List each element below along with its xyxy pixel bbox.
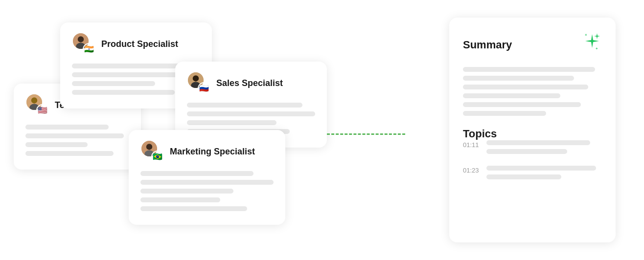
svg-point-4 bbox=[78, 36, 84, 42]
skeleton-line bbox=[140, 189, 233, 194]
svg-text:+: + bbox=[596, 46, 598, 51]
skeleton-line bbox=[463, 93, 560, 98]
avatar-stack: 🇧🇷 bbox=[140, 140, 164, 163]
svg-point-1 bbox=[31, 97, 37, 103]
skeleton-line bbox=[25, 133, 124, 138]
skeleton-line bbox=[187, 103, 302, 108]
topic-lines-2 bbox=[486, 166, 602, 183]
topics-title: Topics bbox=[463, 128, 497, 140]
skeleton-line bbox=[486, 166, 596, 171]
skeleton-line bbox=[25, 125, 109, 130]
skeleton-line bbox=[140, 206, 247, 211]
skeleton-line bbox=[140, 171, 253, 176]
main-scene: 🇺🇸 Team Lead 🇮🇳 Product Specialist bbox=[14, 8, 630, 252]
topic-time-2: 01:23 bbox=[463, 167, 481, 174]
card-title-product-specialist: Product Specialist bbox=[101, 39, 178, 49]
skeleton-line bbox=[25, 142, 88, 147]
summary-header: Summary + + bbox=[463, 31, 602, 58]
person-row: 🇷🇺 Sales Specialist bbox=[187, 71, 315, 95]
topic-time-1: 01:11 bbox=[463, 141, 481, 149]
skeleton-line bbox=[486, 149, 567, 154]
skeleton-line bbox=[140, 180, 274, 185]
svg-point-10 bbox=[146, 144, 152, 150]
skeleton-line bbox=[486, 140, 590, 145]
skeleton-line bbox=[72, 64, 181, 68]
summary-panel: Summary + + Topics 01:11 bbox=[449, 18, 616, 242]
skeleton-line bbox=[463, 111, 546, 116]
avatar-flag-usa: 🇺🇸 bbox=[36, 104, 49, 117]
avatar-stack: 🇮🇳 bbox=[72, 32, 95, 56]
skeleton-line bbox=[463, 67, 595, 72]
skeleton-line bbox=[72, 90, 175, 95]
skeleton-line bbox=[463, 85, 588, 89]
avatar-stack: 🇷🇺 bbox=[187, 71, 210, 95]
skeleton-line bbox=[486, 174, 561, 179]
topic-item-2: 01:23 bbox=[463, 166, 602, 183]
skeleton-line bbox=[463, 102, 581, 107]
skeleton-line bbox=[72, 81, 155, 86]
avatar-flag-russia: 🇷🇺 bbox=[198, 82, 210, 95]
person-row: 🇮🇳 Product Specialist bbox=[72, 32, 200, 56]
connector-line bbox=[327, 133, 405, 135]
card-title-sales-specialist: Sales Specialist bbox=[216, 78, 283, 88]
skeleton-line bbox=[463, 76, 574, 81]
skeleton-line bbox=[187, 111, 315, 116]
topic-item-1: 01:11 bbox=[463, 140, 602, 158]
topic-lines-1 bbox=[486, 140, 602, 158]
person-row: 🇧🇷 Marketing Specialist bbox=[140, 140, 274, 163]
summary-skeletons bbox=[463, 67, 602, 116]
avatar-flag-brazil: 🇧🇷 bbox=[151, 151, 164, 163]
sparkle-icon: + + bbox=[578, 31, 602, 58]
card-title-marketing-specialist: Marketing Specialist bbox=[170, 147, 255, 157]
svg-text:+: + bbox=[585, 33, 587, 37]
avatar-stack: 🇺🇸 bbox=[25, 93, 49, 117]
summary-title: Summary bbox=[463, 39, 512, 51]
skeleton-line bbox=[187, 120, 276, 125]
skeleton-line bbox=[140, 197, 220, 202]
skeleton-line bbox=[25, 151, 114, 156]
svg-point-7 bbox=[193, 75, 199, 81]
card-marketing-specialist[interactable]: 🇧🇷 Marketing Specialist bbox=[129, 130, 285, 225]
avatar-flag-india: 🇮🇳 bbox=[83, 43, 95, 56]
